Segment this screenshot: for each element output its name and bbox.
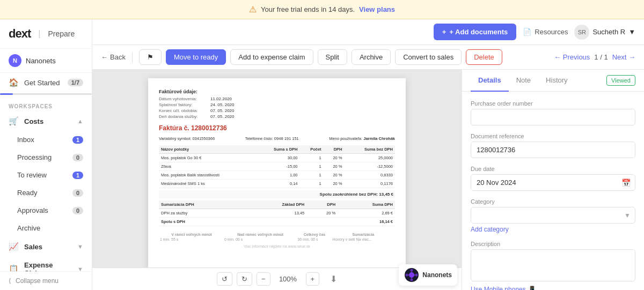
category-select-arrow: ▼ xyxy=(620,212,635,219)
right-panel: Details Note History Viewed Purchase ord… xyxy=(462,70,644,290)
doc-image-container[interactable]: Faktúrové údaje: Dátum vyhotovenia: 11.0… xyxy=(92,70,462,267)
collapse-menu-button[interactable]: ⟨ Collapse menu xyxy=(0,271,92,290)
to-review-label: To review xyxy=(17,171,47,179)
calendar-icon: 📅 xyxy=(617,179,635,187)
due-date-input[interactable] xyxy=(471,175,617,190)
svg-point-5 xyxy=(415,274,418,277)
zoom-level: 100% xyxy=(275,275,302,283)
costs-chevron: ▲ xyxy=(77,118,83,124)
sales-icon: 📈 xyxy=(9,242,19,251)
add-expense-button[interactable]: Add to expense claim xyxy=(230,49,313,65)
svg-point-2 xyxy=(411,269,413,272)
prev-button[interactable]: ← Previous xyxy=(554,53,590,61)
get-started-progress xyxy=(0,93,92,95)
sidebar-item-approvals[interactable]: Approvals 0 xyxy=(0,202,92,219)
move-to-ready-button[interactable]: Move to ready xyxy=(166,49,226,65)
viewer-right-buttons: ⬇ xyxy=(330,274,337,284)
due-date-field[interactable]: 📅 xyxy=(471,174,635,191)
purchase-order-label: Purchase order number xyxy=(471,100,635,107)
back-label: Back xyxy=(110,53,126,61)
category-label: Category xyxy=(471,198,635,205)
archive-label: Archive xyxy=(17,224,40,232)
view-plans-link[interactable]: View plans xyxy=(359,5,395,13)
tab-note[interactable]: Note xyxy=(509,70,538,92)
download-button[interactable]: ⬇ xyxy=(330,274,337,284)
description-group: Description Use Mobile phones 📱 xyxy=(471,241,635,290)
toolbar-divider xyxy=(132,52,133,63)
back-icon: ← xyxy=(101,53,108,61)
svg-point-4 xyxy=(406,274,408,277)
due-label: Splatnosť faktúry: xyxy=(159,102,207,107)
sidebar-item-to-review[interactable]: To review 1 xyxy=(0,166,92,184)
brand-logo: dext xyxy=(9,27,31,41)
tab-details[interactable]: Details xyxy=(471,70,509,92)
sidebar-item-archive[interactable]: Archive xyxy=(0,219,92,237)
sidebar: dext | Prepare N Nanonets 🏠 Get Started … xyxy=(0,19,92,290)
due-date-group: Due date 📅 xyxy=(471,166,635,191)
doc-reference-group: Document reference xyxy=(471,133,635,158)
add-documents-button[interactable]: + + Add documents xyxy=(434,24,517,40)
category-select-wrap[interactable]: ▼ xyxy=(471,207,635,224)
details-tabs: Details Note History Viewed xyxy=(462,70,644,92)
invoice-header-label: Faktúrové údaje: xyxy=(159,89,395,94)
rotate-right-button[interactable]: ↻ xyxy=(237,272,252,286)
next-button[interactable]: Next → xyxy=(612,53,635,61)
archive-button[interactable]: Archive xyxy=(352,49,391,65)
tab-history[interactable]: History xyxy=(538,70,575,92)
zoom-out-button[interactable]: − xyxy=(257,272,270,286)
org-selector[interactable]: N Nanonets xyxy=(0,49,92,73)
zoom-in-button[interactable]: + xyxy=(306,272,320,286)
purchase-order-group: Purchase order number xyxy=(471,100,635,125)
get-started-icon: 🏠 xyxy=(9,78,19,87)
sidebar-group-expense[interactable]: 📋 Expense Claims ▼ xyxy=(0,256,92,271)
use-mobile-phones-button[interactable]: Use Mobile phones 📱 xyxy=(471,286,635,290)
sales-chevron: ▼ xyxy=(77,243,83,250)
col-name: Názov položky xyxy=(159,145,256,154)
banner-text: Your free trial ends in 14 days. xyxy=(261,5,355,13)
due-val: 24. 05. 2020 xyxy=(210,102,234,107)
resources-button[interactable]: 📄 Resources xyxy=(523,28,568,36)
sidebar-item-ready[interactable]: Ready 0 xyxy=(0,184,92,202)
flag-button[interactable]: ⚑ xyxy=(139,49,162,65)
convert-sales-button[interactable]: Convert to sales xyxy=(395,49,462,65)
processing-label: Processing xyxy=(17,153,52,161)
user-name: Sucheth R xyxy=(592,28,625,36)
sidebar-item-get-started[interactable]: 🏠 Get Started 1/7 xyxy=(0,73,92,92)
doc-reference-input[interactable] xyxy=(471,142,635,158)
details-form: Purchase order number Document reference… xyxy=(462,92,644,290)
document-viewer: Faktúrové údaje: Dátum vyhotovenia: 11.0… xyxy=(92,70,462,290)
sidebar-item-inbox[interactable]: Inbox 1 xyxy=(0,131,92,148)
period-val: 07. 05. 2020 xyxy=(210,108,234,113)
approvals-badge: 0 xyxy=(72,207,83,214)
sidebar-group-sales[interactable]: 📈 Sales ▼ xyxy=(0,237,92,256)
service-val: 07. 05. 2020 xyxy=(210,114,234,119)
resources-label: Resources xyxy=(535,28,568,36)
rotate-left-button[interactable]: ↺ xyxy=(217,272,232,286)
phone: Telefónne číslo: 0948 191 151 xyxy=(245,136,299,141)
col-count: Počet xyxy=(300,145,324,154)
purchase-order-input[interactable] xyxy=(471,109,635,125)
col-sum-no-dph: Suma bez DPH xyxy=(345,145,395,154)
expense-icon: 📋 xyxy=(9,264,19,271)
description-textarea[interactable] xyxy=(471,249,635,281)
workspaces-label: WORKSPACES xyxy=(0,97,92,111)
inbox-badge: 1 xyxy=(72,136,83,144)
use-mobile-label: Use Mobile phones xyxy=(471,286,526,290)
date-label: Dátum vyhotovenia: xyxy=(159,96,207,101)
back-button[interactable]: ← Back xyxy=(101,53,126,61)
org-avatar: N xyxy=(9,54,21,67)
sidebar-group-costs[interactable]: 🛒 Costs ▲ xyxy=(0,111,92,131)
col-sum-dph: Suma s DPH xyxy=(256,145,300,154)
page-info: 1 / 1 xyxy=(594,53,608,61)
sidebar-item-processing[interactable]: Processing 0 xyxy=(0,148,92,166)
category-group: Category ▼ Add category xyxy=(471,198,635,233)
description-label: Description xyxy=(471,241,635,247)
user-menu-button[interactable]: SR Sucheth R ▼ xyxy=(574,25,635,40)
service-label: Deň dodania služby: xyxy=(159,114,207,119)
add-category-link[interactable]: Add category xyxy=(471,226,635,233)
mobile-icon: 📱 xyxy=(528,286,536,290)
split-button[interactable]: Split xyxy=(318,49,347,65)
category-select[interactable] xyxy=(471,207,620,223)
nanonets-logo-icon xyxy=(404,267,419,282)
delete-button[interactable]: Delete xyxy=(466,49,502,65)
